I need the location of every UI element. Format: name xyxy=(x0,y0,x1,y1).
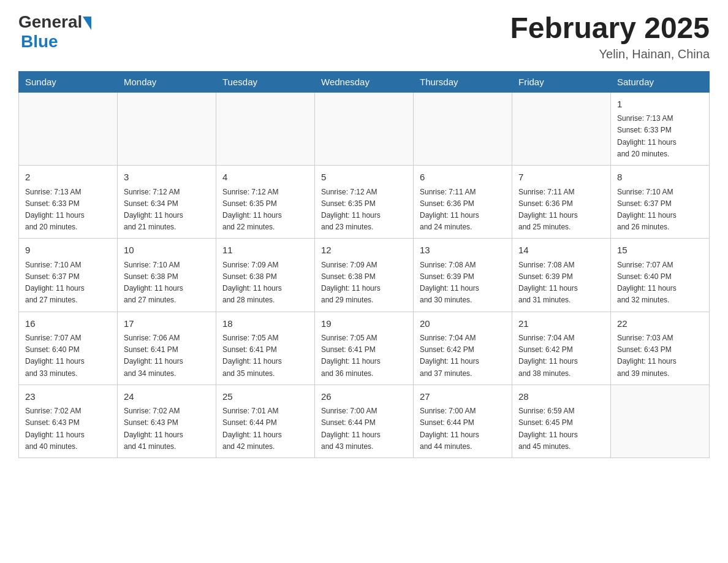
calendar-cell: 5Sunrise: 7:12 AM Sunset: 6:35 PM Daylig… xyxy=(315,166,414,239)
page-header: General Blue February 2025 Yelin, Hainan… xyxy=(18,12,710,61)
day-number: 16 xyxy=(25,317,111,331)
calendar-cell: 20Sunrise: 7:04 AM Sunset: 6:42 PM Dayli… xyxy=(414,312,512,385)
day-number: 21 xyxy=(518,317,604,331)
calendar-cell: 15Sunrise: 7:07 AM Sunset: 6:40 PM Dayli… xyxy=(611,239,710,312)
day-info: Sunrise: 7:09 AM Sunset: 6:38 PM Dayligh… xyxy=(222,259,308,307)
day-info: Sunrise: 7:11 AM Sunset: 6:36 PM Dayligh… xyxy=(420,186,506,234)
calendar-cell xyxy=(315,92,414,165)
day-number: 25 xyxy=(222,390,308,404)
week-row-1: 1Sunrise: 7:13 AM Sunset: 6:33 PM Daylig… xyxy=(19,92,710,165)
calendar-cell: 3Sunrise: 7:12 AM Sunset: 6:34 PM Daylig… xyxy=(118,166,216,239)
day-number: 20 xyxy=(420,317,506,331)
day-number: 6 xyxy=(420,170,506,185)
day-info: Sunrise: 7:12 AM Sunset: 6:34 PM Dayligh… xyxy=(124,186,210,234)
day-info: Sunrise: 7:02 AM Sunset: 6:43 PM Dayligh… xyxy=(25,405,111,453)
weekday-header-monday: Monday xyxy=(118,71,216,92)
calendar-cell: 4Sunrise: 7:12 AM Sunset: 6:35 PM Daylig… xyxy=(216,166,315,239)
calendar-cell: 16Sunrise: 7:07 AM Sunset: 6:40 PM Dayli… xyxy=(19,312,118,385)
day-number: 10 xyxy=(124,243,210,258)
day-info: Sunrise: 7:04 AM Sunset: 6:42 PM Dayligh… xyxy=(420,332,506,380)
logo-blue-text: Blue xyxy=(21,32,58,52)
day-info: Sunrise: 7:13 AM Sunset: 6:33 PM Dayligh… xyxy=(25,186,111,234)
day-info: Sunrise: 7:07 AM Sunset: 6:40 PM Dayligh… xyxy=(25,332,111,380)
day-number: 13 xyxy=(420,243,506,258)
day-number: 26 xyxy=(321,390,407,404)
calendar-cell xyxy=(216,92,315,165)
logo-triangle-icon xyxy=(83,17,91,30)
calendar-cell: 8Sunrise: 7:10 AM Sunset: 6:37 PM Daylig… xyxy=(611,166,710,239)
day-number: 28 xyxy=(518,390,604,404)
day-number: 17 xyxy=(124,317,210,331)
weekday-header-saturday: Saturday xyxy=(611,71,710,92)
day-number: 27 xyxy=(420,390,506,404)
logo: General Blue xyxy=(18,12,91,52)
day-number: 2 xyxy=(25,170,111,185)
day-info: Sunrise: 7:03 AM Sunset: 6:43 PM Dayligh… xyxy=(617,332,703,380)
calendar-cell: 28Sunrise: 6:59 AM Sunset: 6:45 PM Dayli… xyxy=(512,385,611,458)
day-info: Sunrise: 7:07 AM Sunset: 6:40 PM Dayligh… xyxy=(617,259,703,307)
calendar-cell: 1Sunrise: 7:13 AM Sunset: 6:33 PM Daylig… xyxy=(611,92,710,165)
weekday-header-sunday: Sunday xyxy=(19,71,118,92)
calendar-cell: 11Sunrise: 7:09 AM Sunset: 6:38 PM Dayli… xyxy=(216,239,315,312)
day-number: 4 xyxy=(222,170,308,185)
week-row-3: 9Sunrise: 7:10 AM Sunset: 6:37 PM Daylig… xyxy=(19,239,710,312)
calendar-cell: 25Sunrise: 7:01 AM Sunset: 6:44 PM Dayli… xyxy=(216,385,315,458)
week-row-2: 2Sunrise: 7:13 AM Sunset: 6:33 PM Daylig… xyxy=(19,166,710,239)
day-number: 9 xyxy=(25,243,111,258)
day-info: Sunrise: 7:08 AM Sunset: 6:39 PM Dayligh… xyxy=(518,259,604,307)
week-row-4: 16Sunrise: 7:07 AM Sunset: 6:40 PM Dayli… xyxy=(19,312,710,385)
day-info: Sunrise: 7:10 AM Sunset: 6:38 PM Dayligh… xyxy=(124,259,210,307)
day-info: Sunrise: 6:59 AM Sunset: 6:45 PM Dayligh… xyxy=(518,405,604,453)
day-info: Sunrise: 7:09 AM Sunset: 6:38 PM Dayligh… xyxy=(321,259,407,307)
calendar-cell: 7Sunrise: 7:11 AM Sunset: 6:36 PM Daylig… xyxy=(512,166,611,239)
day-number: 14 xyxy=(518,243,604,258)
calendar-cell xyxy=(414,92,512,165)
day-number: 18 xyxy=(222,317,308,331)
calendar-cell: 22Sunrise: 7:03 AM Sunset: 6:43 PM Dayli… xyxy=(611,312,710,385)
calendar-cell: 9Sunrise: 7:10 AM Sunset: 6:37 PM Daylig… xyxy=(19,239,118,312)
day-number: 15 xyxy=(617,243,703,258)
day-info: Sunrise: 7:08 AM Sunset: 6:39 PM Dayligh… xyxy=(420,259,506,307)
calendar-cell xyxy=(611,385,710,458)
weekday-header-wednesday: Wednesday xyxy=(315,71,414,92)
calendar-cell: 23Sunrise: 7:02 AM Sunset: 6:43 PM Dayli… xyxy=(19,385,118,458)
title-block: February 2025 Yelin, Hainan, China xyxy=(510,12,710,61)
day-number: 22 xyxy=(617,317,703,331)
calendar-cell xyxy=(512,92,611,165)
weekday-header-tuesday: Tuesday xyxy=(216,71,315,92)
calendar-cell: 10Sunrise: 7:10 AM Sunset: 6:38 PM Dayli… xyxy=(118,239,216,312)
day-info: Sunrise: 7:00 AM Sunset: 6:44 PM Dayligh… xyxy=(321,405,407,453)
location-text: Yelin, Hainan, China xyxy=(510,47,710,61)
calendar-table: SundayMondayTuesdayWednesdayThursdayFrid… xyxy=(18,71,710,458)
day-number: 8 xyxy=(617,170,703,185)
day-info: Sunrise: 7:05 AM Sunset: 6:41 PM Dayligh… xyxy=(321,332,407,380)
calendar-cell: 18Sunrise: 7:05 AM Sunset: 6:41 PM Dayli… xyxy=(216,312,315,385)
logo-general-text: General xyxy=(18,12,82,32)
day-number: 11 xyxy=(222,243,308,258)
calendar-cell: 12Sunrise: 7:09 AM Sunset: 6:38 PM Dayli… xyxy=(315,239,414,312)
calendar-cell: 26Sunrise: 7:00 AM Sunset: 6:44 PM Dayli… xyxy=(315,385,414,458)
day-info: Sunrise: 7:11 AM Sunset: 6:36 PM Dayligh… xyxy=(518,186,604,234)
calendar-cell: 2Sunrise: 7:13 AM Sunset: 6:33 PM Daylig… xyxy=(19,166,118,239)
day-number: 7 xyxy=(518,170,604,185)
calendar-cell: 13Sunrise: 7:08 AM Sunset: 6:39 PM Dayli… xyxy=(414,239,512,312)
weekday-header-row: SundayMondayTuesdayWednesdayThursdayFrid… xyxy=(19,71,710,92)
day-info: Sunrise: 7:06 AM Sunset: 6:41 PM Dayligh… xyxy=(124,332,210,380)
calendar-cell: 21Sunrise: 7:04 AM Sunset: 6:42 PM Dayli… xyxy=(512,312,611,385)
day-number: 3 xyxy=(124,170,210,185)
day-number: 19 xyxy=(321,317,407,331)
day-info: Sunrise: 7:04 AM Sunset: 6:42 PM Dayligh… xyxy=(518,332,604,380)
day-number: 5 xyxy=(321,170,407,185)
day-info: Sunrise: 7:12 AM Sunset: 6:35 PM Dayligh… xyxy=(222,186,308,234)
calendar-cell: 14Sunrise: 7:08 AM Sunset: 6:39 PM Dayli… xyxy=(512,239,611,312)
day-info: Sunrise: 7:00 AM Sunset: 6:44 PM Dayligh… xyxy=(420,405,506,453)
calendar-cell: 17Sunrise: 7:06 AM Sunset: 6:41 PM Dayli… xyxy=(118,312,216,385)
day-info: Sunrise: 7:10 AM Sunset: 6:37 PM Dayligh… xyxy=(617,186,703,234)
day-number: 1 xyxy=(617,98,703,112)
day-info: Sunrise: 7:02 AM Sunset: 6:43 PM Dayligh… xyxy=(124,405,210,453)
month-title: February 2025 xyxy=(510,12,710,45)
calendar-cell: 19Sunrise: 7:05 AM Sunset: 6:41 PM Dayli… xyxy=(315,312,414,385)
day-info: Sunrise: 7:01 AM Sunset: 6:44 PM Dayligh… xyxy=(222,405,308,453)
day-info: Sunrise: 7:05 AM Sunset: 6:41 PM Dayligh… xyxy=(222,332,308,380)
weekday-header-friday: Friday xyxy=(512,71,611,92)
